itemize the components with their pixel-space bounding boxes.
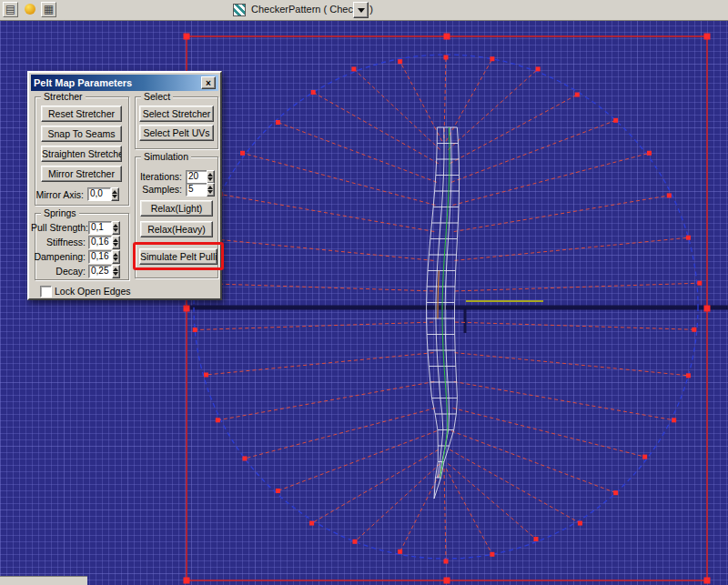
relax-light-button[interactable]: Relax(Light) [140, 200, 213, 217]
stretcher-point-handle[interactable] [242, 456, 247, 460]
decay-spinner[interactable] [112, 265, 120, 278]
pelt-spring-line [451, 431, 616, 493]
seam-edge-orange [438, 271, 439, 319]
close-icon[interactable]: × [201, 76, 216, 89]
pelt-spring-line [313, 92, 439, 163]
selection-rect-handle[interactable] [444, 578, 450, 584]
stretcher-point-handle[interactable] [444, 560, 449, 564]
stretcher-point-handle[interactable] [578, 521, 582, 526]
stretcher-point-handle[interactable] [686, 236, 691, 240]
pelt-spring-line [400, 62, 442, 141]
dampening-spinner[interactable] [112, 250, 120, 264]
uv-editor-toolbar: ▤ ▦ CheckerPattern ( Checker ) [0, 0, 728, 21]
stiffness-spinner[interactable] [112, 236, 120, 249]
texture-dropdown-arrow-icon[interactable] [353, 2, 369, 18]
selection-rect-handle[interactable] [704, 578, 711, 584]
pull-strength-field[interactable]: 0,1 [88, 221, 112, 235]
pelt-spring-line [278, 123, 437, 183]
pelt-spring-line [451, 120, 616, 182]
reset-stretcher-button[interactable]: Reset Stretcher [41, 106, 122, 122]
stretcher-point-handle[interactable] [613, 490, 618, 495]
decay-field[interactable]: 0,25 [88, 265, 112, 278]
pelt-spring-line [454, 381, 674, 419]
select-pelt-uvs-button[interactable]: Select Pelt UVs [139, 125, 214, 141]
selection-rect-handle[interactable] [184, 34, 190, 40]
stretcher-point-handle[interactable] [398, 550, 402, 554]
stretcher-point-handle[interactable] [309, 521, 314, 526]
pelt-spring-line [455, 322, 694, 329]
stretcher-point-handle[interactable] [204, 372, 208, 377]
lock-open-edges-checkbox[interactable] [40, 286, 52, 298]
dialog-titlebar[interactable]: Pelt Map Parameters × [31, 75, 218, 91]
stretcher-point-handle[interactable] [216, 418, 220, 422]
pelt-spring-line [195, 322, 433, 329]
toolbar-icon-3[interactable]: ▦ [41, 2, 56, 17]
selection-rect-handle[interactable] [704, 306, 711, 312]
simulate-pelt-pulling-button[interactable]: Simulate Pelt Pulling [139, 248, 217, 265]
mirror-axis-label: Mirror Axis: [35, 189, 84, 200]
stretcher-point-handle[interactable] [697, 281, 702, 286]
stretcher-point-handle[interactable] [692, 328, 696, 332]
stretcher-point-handle[interactable] [240, 151, 245, 156]
stretcher-point-handle[interactable] [536, 66, 541, 71]
stretcher-point-handle[interactable] [686, 373, 691, 378]
select-stretcher-button[interactable]: Select Stretcher [139, 106, 214, 122]
pull-strength-spinner[interactable] [112, 221, 120, 235]
pelt-spring-line [217, 381, 434, 419]
select-group-label: Select [141, 91, 173, 102]
snap-to-seams-button[interactable]: Snap To Seams [41, 126, 122, 142]
stretcher-point-handle[interactable] [276, 489, 280, 493]
pelt-spring-line [455, 283, 700, 291]
samples-label: Samples: [136, 184, 182, 195]
stretcher-point-handle[interactable] [351, 66, 356, 71]
stretcher-point-handle[interactable] [444, 55, 449, 60]
stretcher-point-handle[interactable] [613, 118, 618, 123]
pelt-spring-line [454, 196, 670, 232]
select-group: Select [135, 96, 218, 149]
stretcher-point-handle[interactable] [490, 56, 494, 61]
stretcher-point-handle[interactable] [276, 120, 280, 125]
smiley-icon[interactable] [22, 2, 37, 17]
stretcher-point-handle[interactable] [647, 151, 652, 156]
pelt-spring-line [453, 408, 645, 457]
stretcher-point-handle[interactable] [193, 328, 197, 332]
stiffness-field[interactable]: 0,16 [88, 236, 112, 249]
stretcher-point-handle[interactable] [311, 90, 316, 95]
status-bar-fragment [0, 576, 87, 585]
selection-rect-handle[interactable] [184, 306, 190, 312]
relax-heavy-button[interactable]: Relax(Heavy) [140, 221, 213, 237]
mirror-axis-spinner[interactable] [111, 187, 119, 201]
iterations-field[interactable]: 20 [186, 170, 207, 184]
straighten-stretcher-button[interactable]: Straighten Stretcher [41, 146, 122, 162]
pelt-spring-line [355, 464, 440, 542]
samples-field[interactable]: 5 [186, 183, 207, 197]
pelt-map-parameters-dialog: Pelt Map Parameters × Stretcher Reset St… [27, 71, 222, 300]
pelt-spring-line [206, 238, 433, 260]
stretcher-point-handle[interactable] [490, 552, 494, 557]
pelt-spring-line [448, 69, 538, 150]
smiley-glyph [25, 4, 35, 15]
toolbar-icon-1[interactable]: ▤ [3, 2, 18, 17]
pelt-spring-line [455, 353, 689, 376]
stretcher-point-handle[interactable] [672, 418, 676, 422]
pelt-spring-line [453, 153, 650, 205]
samples-spinner[interactable] [207, 183, 215, 197]
decay-label: Decay: [31, 266, 86, 277]
stretcher-point-handle[interactable] [667, 193, 672, 197]
selection-rect-handle[interactable] [184, 578, 190, 584]
mirror-axis-field[interactable]: 0,0 [87, 187, 111, 201]
stretcher-point-handle[interactable] [533, 537, 538, 541]
dampening-field[interactable]: 0,16 [88, 250, 112, 264]
stretcher-point-handle[interactable] [575, 93, 580, 97]
stretcher-group-label: Stretcher [41, 91, 86, 102]
selection-rect-handle[interactable] [444, 34, 450, 40]
iterations-label: Iterations: [136, 171, 182, 182]
mirror-stretcher-button[interactable]: Mirror Stretcher [41, 166, 122, 182]
stretcher-point-handle[interactable] [642, 455, 647, 459]
iterations-spinner[interactable] [207, 170, 215, 184]
stretcher-point-handle[interactable] [398, 59, 402, 64]
pelt-spring-line [220, 195, 434, 232]
selection-rect-handle[interactable] [704, 34, 711, 40]
stretcher-point-handle[interactable] [352, 540, 357, 544]
stiffness-label: Stiffness: [31, 237, 86, 247]
